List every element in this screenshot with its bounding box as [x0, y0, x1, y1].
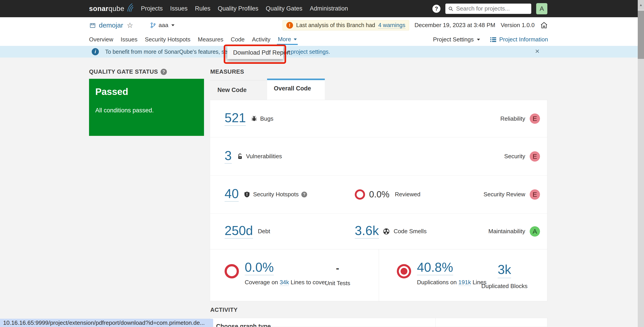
- search-box[interactable]: [445, 4, 531, 14]
- branch-caret-icon: [171, 25, 174, 26]
- shield-icon: [244, 191, 250, 198]
- info-icon: i: [92, 48, 99, 55]
- vulnerabilities-label: Vulnerabilities: [246, 153, 282, 160]
- tab-more-label: More: [278, 36, 291, 43]
- coverage-value-link[interactable]: 0.0%: [245, 261, 274, 275]
- more-caret-icon: [294, 39, 297, 40]
- coverage-section: 0.0% Coverage on 34k Lines to cover - Un…: [210, 249, 379, 302]
- unit-tests-block: - Unit Tests: [304, 263, 371, 287]
- tab-issues[interactable]: Issues: [120, 36, 137, 43]
- hotspots-label-group: Security Hotspots ?: [244, 191, 307, 198]
- bugs-count-link[interactable]: 521: [224, 112, 246, 126]
- reliability-rating-badge[interactable]: E: [530, 114, 540, 124]
- warning-text: Last analysis of this Branch had: [296, 22, 375, 29]
- tab-more[interactable]: More: [278, 36, 297, 43]
- lines-to-cover-link[interactable]: 34k: [280, 279, 289, 286]
- analysis-warning-pill: ! Last analysis of this Branch had 4 war…: [282, 20, 409, 31]
- code-smells-count-link[interactable]: 3.6k: [355, 224, 379, 239]
- maintainability-row: 250d Debt 3.6k Code Smells Maintainabili…: [210, 213, 547, 249]
- banner-close-icon[interactable]: ×: [535, 47, 540, 55]
- debt-value-link[interactable]: 250d: [224, 224, 253, 239]
- quality-gate-heading: QUALITY GATE STATUS ?: [89, 68, 167, 75]
- project-information-button[interactable]: Project Information: [490, 36, 548, 43]
- help-icon[interactable]: ?: [432, 5, 440, 13]
- quality-gate-heading-label: QUALITY GATE STATUS: [89, 68, 158, 75]
- nav-quality-gates[interactable]: Quality Gates: [266, 5, 302, 12]
- hotspots-help-icon[interactable]: ?: [301, 192, 307, 197]
- measures-heading-label: MEASURES: [210, 68, 244, 75]
- tab-activity[interactable]: Activity: [252, 36, 270, 43]
- more-dropdown-menu: Download Pdf Report: [227, 46, 283, 59]
- download-pdf-report-item[interactable]: Download Pdf Report: [227, 49, 290, 56]
- tab-overview[interactable]: Overview: [89, 36, 113, 43]
- security-hotspots-row: 40 Security Hotspots ? 0.0% Reviewed Sec…: [210, 175, 547, 213]
- bugs-label: Bugs: [260, 115, 273, 122]
- maintainability-rating-badge[interactable]: A: [530, 226, 540, 237]
- header-right: ! Last analysis of this Branch had 4 war…: [282, 20, 548, 31]
- unit-tests-value: -: [304, 263, 371, 273]
- project-information-label: Project Information: [499, 36, 548, 43]
- unit-tests-label: Unit Tests: [304, 280, 371, 287]
- tabs-right: Project Settings Project Information: [433, 36, 548, 43]
- sonarqube-logo[interactable]: sonarqube: [89, 3, 133, 15]
- security-review-label: Security Review: [484, 191, 525, 198]
- hotspots-count-link[interactable]: 40: [224, 187, 239, 202]
- banner-text-end: r project settings.: [288, 49, 330, 55]
- hotspots-label: Security Hotspots: [253, 191, 298, 198]
- security-review-rating-group: Security Review E: [484, 189, 540, 200]
- duplications-value-link[interactable]: 40.8%: [417, 261, 453, 275]
- code-smell-icon: [383, 228, 390, 235]
- quality-gate-help-icon[interactable]: ?: [160, 69, 167, 75]
- top-navbar: sonarqube Projects Issues Rules Quality …: [0, 0, 644, 17]
- nav-quality-profiles[interactable]: Quality Profiles: [218, 5, 258, 12]
- duplicated-blocks-label: Duplicated Blocks: [471, 283, 538, 290]
- coverage-caption-before: Coverage on: [245, 279, 278, 286]
- bugs-label-group: Bugs: [251, 115, 273, 122]
- vulnerabilities-label-group: Vulnerabilities: [237, 153, 282, 160]
- tab-security-hotspots[interactable]: Security Hotspots: [145, 36, 190, 43]
- favorite-star-icon[interactable]: ☆: [126, 22, 133, 29]
- open-lock-icon: [237, 153, 243, 160]
- vulnerabilities-row: 3 Vulnerabilities Security E: [210, 137, 547, 175]
- security-rating-badge[interactable]: E: [530, 151, 540, 162]
- quality-gate-status: Passed: [95, 86, 198, 97]
- activity-divider: [435, 318, 436, 327]
- quality-gate-status-panel: Passed All conditions passed.: [89, 79, 204, 136]
- tab-measures[interactable]: Measures: [198, 36, 223, 43]
- duplications-section: 40.8% Duplications on 191k Lines 3k Dupl…: [379, 249, 548, 302]
- scrollbar-thumb[interactable]: [638, 11, 644, 59]
- tab-overall-code[interactable]: Overall Code: [267, 79, 325, 100]
- user-avatar[interactable]: A: [536, 3, 547, 14]
- warnings-link[interactable]: 4 warnings: [378, 22, 405, 29]
- project-name-link[interactable]: demojar: [99, 22, 123, 29]
- branch-selector[interactable]: aaa: [150, 22, 174, 29]
- page-scrollbar[interactable]: ▲: [638, 0, 644, 327]
- home-icon[interactable]: [540, 21, 548, 29]
- project-settings-link[interactable]: project settings: [291, 49, 328, 55]
- tab-new-code[interactable]: New Code: [210, 80, 267, 100]
- duplication-lines-link[interactable]: 191k: [458, 279, 471, 286]
- nav-administration[interactable]: Administration: [310, 5, 348, 12]
- tab-code[interactable]: Code: [230, 36, 244, 43]
- nav-projects[interactable]: Projects: [141, 5, 163, 12]
- scrollbar-up-button[interactable]: ▲: [638, 0, 644, 10]
- search-input[interactable]: [456, 5, 528, 12]
- activity-heading-label: ACTIVITY: [210, 306, 238, 313]
- measures-footer: 0.0% Coverage on 34k Lines to cover - Un…: [210, 249, 547, 302]
- project-settings-caret-icon: [477, 39, 480, 41]
- link-preview-statusbar: 10.16.16.65:9999/project/extension/pdfre…: [0, 319, 213, 327]
- reviewed-value: 0.0%: [369, 189, 390, 199]
- project-settings-menu[interactable]: Project Settings: [433, 36, 480, 43]
- vulnerabilities-count-link[interactable]: 3: [224, 149, 232, 164]
- project-header: demojar ☆ aaa ! Last analysis of this Br…: [0, 17, 644, 46]
- nav-issues[interactable]: Issues: [170, 5, 188, 12]
- reliability-label: Reliability: [500, 115, 525, 122]
- logo-text-sonar: sonar: [89, 5, 108, 13]
- logo-swoosh-icon: [124, 3, 133, 15]
- nav-rules[interactable]: Rules: [195, 5, 210, 12]
- duplicated-blocks-link[interactable]: 3k: [498, 262, 511, 278]
- branch-icon: [150, 22, 156, 29]
- security-review-rating-badge[interactable]: E: [530, 189, 540, 200]
- devops-info-banner: i To benefit from more of SonarQube's fe…: [0, 46, 638, 58]
- branch-name: aaa: [158, 22, 168, 29]
